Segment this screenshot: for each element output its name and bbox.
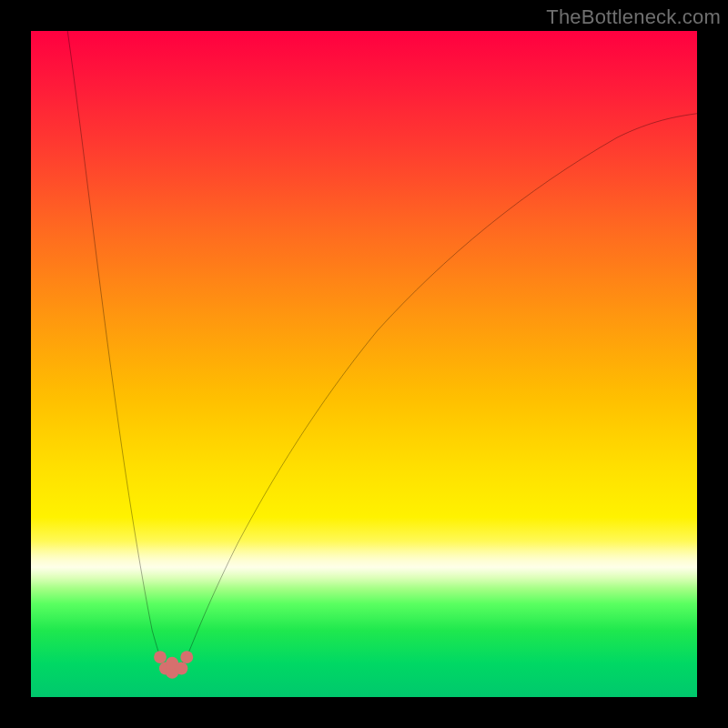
plot-area [31, 31, 697, 697]
curve-right-branch [187, 114, 697, 657]
trough-markers [154, 651, 193, 679]
watermark-text: TheBottleneck.com [546, 5, 721, 29]
svg-point-0 [154, 651, 167, 663]
bottleneck-curve [31, 31, 697, 697]
svg-point-4 [175, 662, 187, 675]
curve-left-branch [67, 31, 160, 657]
svg-point-5 [180, 651, 193, 663]
chart-frame: TheBottleneck.com [0, 0, 728, 728]
